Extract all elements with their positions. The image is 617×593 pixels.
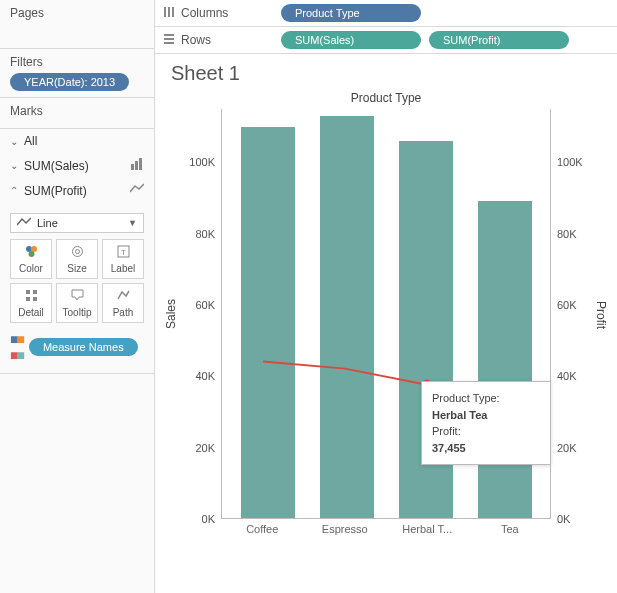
card-detail-label: Detail (18, 307, 44, 318)
marks-header: Marks (0, 98, 154, 129)
pages-label: Pages (10, 6, 144, 20)
y-tick: 100K (557, 156, 597, 168)
color-icon (25, 245, 38, 261)
svg-rect-12 (26, 297, 30, 301)
columns-pill[interactable]: Product Type (281, 4, 421, 22)
line-chart-icon (130, 183, 144, 198)
marks-label: Marks (10, 104, 144, 118)
svg-rect-11 (33, 290, 37, 294)
card-detail[interactable]: Detail (10, 283, 52, 323)
marks-row-all[interactable]: ⌄ All (10, 129, 144, 153)
svg-point-6 (72, 246, 82, 256)
tooltip-val-1: Herbal Tea (432, 409, 487, 421)
path-icon (117, 289, 130, 305)
y-tick: 40K (557, 370, 597, 382)
tooltip-key-2: Profit: (432, 423, 514, 440)
tooltip-val-2: 37,455 (432, 442, 466, 454)
card-size-label: Size (67, 263, 86, 274)
mark-type-select[interactable]: Line ▼ (10, 213, 144, 233)
y-axis-left: 0K20K40K60K80K100K (175, 109, 215, 519)
y-tick: 60K (175, 299, 215, 311)
rows-pill-profit[interactable]: SUM(Profit) (429, 31, 569, 49)
card-label[interactable]: T Label (102, 239, 144, 279)
card-path-label: Path (113, 307, 134, 318)
bar-chart-icon (130, 158, 144, 173)
x-tick: Herbal T... (397, 523, 457, 549)
y-tick: 80K (557, 228, 597, 240)
svg-rect-17 (164, 34, 174, 36)
card-path[interactable]: Path (102, 283, 144, 323)
svg-rect-13 (33, 297, 37, 301)
rows-shelf[interactable]: Rows SUM(Sales) SUM(Profit) (155, 27, 617, 54)
tooltip-icon (71, 289, 84, 305)
marks-all-label: All (24, 134, 144, 148)
y-axis-right: 0K20K40K60K80K100K (557, 109, 597, 519)
chevron-down-icon: ▼ (128, 218, 137, 228)
rows-label: Rows (181, 33, 211, 47)
svg-rect-10 (26, 290, 30, 294)
svg-rect-16 (172, 7, 174, 17)
label-icon: T (117, 245, 130, 261)
chevron-up-icon: ⌃ (10, 185, 18, 196)
card-tooltip-label: Tooltip (63, 307, 92, 318)
x-tick: Tea (480, 523, 540, 549)
x-tick: Coffee (232, 523, 292, 549)
filters-label: Filters (10, 55, 144, 69)
color-legend-icon: ■■■■ (10, 331, 23, 363)
mark-type-label: Line (37, 217, 58, 229)
y-tick: 80K (175, 228, 215, 240)
x-axis: CoffeeEspressoHerbal T...Tea (221, 523, 551, 549)
sheet-title[interactable]: Sheet 1 (171, 62, 601, 85)
chart-title: Product Type (171, 91, 601, 105)
filter-pill-year[interactable]: YEAR(Date): 2013 (10, 73, 129, 91)
marks-row-profit[interactable]: ⌃ SUM(Profit) (10, 178, 144, 203)
rows-icon (163, 33, 175, 48)
tooltip: Product Type:Herbal Tea Profit:37,455 (421, 381, 551, 465)
right-pane: Columns Product Type Rows SUM(Sales) SUM… (155, 0, 617, 593)
line-chart-icon (17, 217, 31, 229)
plot-wrap: Sales Profit 0K20K40K60K80K100K 0K20K40K… (221, 109, 551, 549)
card-tooltip[interactable]: Tooltip (56, 283, 98, 323)
marks-profit-label: SUM(Profit) (24, 184, 130, 198)
measure-names-row: ■■■■ Measure Names (10, 331, 144, 363)
card-color[interactable]: Color (10, 239, 52, 279)
marks-sales-label: SUM(Sales) (24, 159, 130, 173)
svg-rect-19 (164, 42, 174, 44)
y-tick: 100K (175, 156, 215, 168)
columns-label: Columns (181, 6, 228, 20)
svg-rect-15 (168, 7, 170, 17)
svg-text:T: T (121, 247, 126, 256)
filters-shelf[interactable]: Filters YEAR(Date): 2013 (0, 49, 154, 98)
measure-names-pill[interactable]: Measure Names (29, 338, 138, 356)
columns-icon (163, 6, 175, 21)
marks-row-sales[interactable]: ⌄ SUM(Sales) (10, 153, 144, 178)
y-tick: 0K (557, 513, 597, 525)
card-color-label: Color (19, 263, 43, 274)
y-tick: 20K (557, 442, 597, 454)
left-pane: Pages Filters YEAR(Date): 2013 Marks ⌄ A… (0, 0, 155, 593)
svg-rect-18 (164, 38, 174, 40)
tooltip-key-1: Product Type: (432, 390, 514, 407)
detail-icon (25, 289, 38, 305)
pages-shelf[interactable]: Pages (0, 0, 154, 49)
card-label-label: Label (111, 263, 135, 274)
svg-point-5 (28, 251, 34, 257)
svg-rect-2 (139, 158, 142, 170)
marks-list: ⌄ All ⌄ SUM(Sales) ⌃ SUM(Profit) (0, 129, 154, 209)
rows-pill-sales[interactable]: SUM(Sales) (281, 31, 421, 49)
svg-rect-1 (135, 161, 138, 170)
y-tick: 20K (175, 442, 215, 454)
chart-area: Sheet 1 Product Type Sales Profit 0K20K4… (155, 54, 617, 593)
y-tick: 40K (175, 370, 215, 382)
marks-card-grid: Color Size T Label Detail Tooltip (0, 239, 154, 323)
svg-rect-0 (131, 164, 134, 170)
size-icon (71, 245, 84, 261)
y-tick: 60K (557, 299, 597, 311)
chevron-down-icon: ⌄ (10, 160, 18, 171)
y-tick: 0K (175, 513, 215, 525)
svg-point-7 (75, 249, 79, 253)
columns-shelf[interactable]: Columns Product Type (155, 0, 617, 27)
x-tick: Espresso (315, 523, 375, 549)
card-size[interactable]: Size (56, 239, 98, 279)
svg-rect-14 (164, 7, 166, 17)
